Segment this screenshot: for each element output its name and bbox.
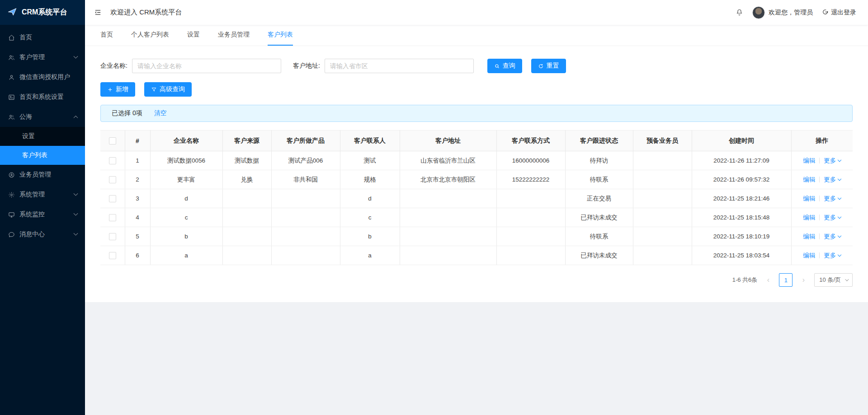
chevron-down-icon — [838, 214, 841, 218]
sidebar-item-public-sea[interactable]: 公海 — [0, 107, 85, 127]
welcome-text: 欢迎进入 CRM系统平台 — [110, 8, 182, 17]
sidebar-item-home-system-settings[interactable]: 首页和系统设置 — [0, 87, 85, 107]
topbar: 欢迎进入 CRM系统平台 欢迎您，管理员 退出登录 — [85, 0, 868, 25]
select-all-checkbox[interactable] — [109, 137, 116, 145]
edit-link[interactable]: 编辑 — [803, 195, 815, 202]
app-logo[interactable]: CRM系统平台 — [0, 0, 85, 25]
app-window: CRM系统平台 首页 客户管理 微信查询授权用户 首页和系统设置 — [0, 0, 868, 415]
row-checkbox[interactable] — [109, 233, 116, 240]
more-link[interactable]: 更多 — [824, 176, 836, 183]
funnel-icon — [151, 87, 157, 93]
table-row: 5 b b 待联系 2022-11-25 18:10:19 编辑更多 — [100, 227, 853, 246]
column-header-index: # — [125, 131, 150, 151]
customer-address-label: 客户地址: — [293, 62, 320, 70]
edit-link[interactable]: 编辑 — [803, 233, 815, 240]
row-checkbox[interactable] — [109, 252, 116, 259]
filter-row: 企业名称: 客户地址: 查询 重置 — [100, 59, 853, 73]
sidebar-fold-icon[interactable] — [85, 0, 110, 25]
table-row: 4 c c 已拜访未成交 2022-11-25 18:15:48 编辑更多 — [100, 208, 853, 227]
page-size-select[interactable]: 10 条/页 — [814, 273, 853, 287]
chevron-down-icon — [845, 277, 849, 281]
sidebar-subitem-settings[interactable]: 设置 — [0, 127, 85, 146]
sidebar-item-wechat-auth-users[interactable]: 微信查询授权用户 — [0, 67, 85, 87]
sidebar-item-home[interactable]: 首页 — [0, 28, 85, 47]
next-page-button[interactable]: › — [797, 273, 810, 287]
chevron-down-icon — [74, 191, 78, 196]
background-filler — [85, 302, 868, 415]
sidebar-menu: 首页 客户管理 微信查询授权用户 首页和系统设置 公海 — [0, 25, 85, 415]
edit-link[interactable]: 编辑 — [803, 157, 815, 164]
main-area: 欢迎进入 CRM系统平台 欢迎您，管理员 退出登录 首页 个人客 — [85, 0, 868, 415]
chevron-down-icon — [838, 233, 841, 237]
column-header-product: 客户所做产品 — [271, 131, 340, 151]
chevron-down-icon — [838, 177, 841, 180]
table-row: 2 更丰富 兑换 非共和国 规格 北京市北京市朝阳区 15222222222 待… — [100, 170, 853, 189]
badge-icon — [8, 172, 15, 178]
action-row: 新增 高级查询 — [100, 82, 853, 97]
user-menu[interactable]: 欢迎您，管理员 — [752, 6, 813, 19]
avatar — [752, 6, 765, 19]
more-link[interactable]: 更多 — [824, 214, 836, 221]
more-link[interactable]: 更多 — [824, 233, 836, 240]
user-icon — [8, 74, 15, 81]
tab-customer-list[interactable]: 客户列表 — [268, 25, 293, 46]
logout-button[interactable]: 退出登录 — [822, 9, 856, 17]
table-row: 1 测试数据0056 测试数据 测试产品006 测试 山东省临沂市兰山区 160… — [100, 151, 853, 170]
advanced-search-button[interactable]: 高级查询 — [144, 82, 192, 97]
row-checkbox[interactable] — [109, 195, 116, 202]
sidebar-item-message-center[interactable]: 消息中心 — [0, 224, 85, 244]
chevron-up-icon — [74, 115, 78, 120]
selection-bar: 已选择 0项 清空 — [100, 105, 853, 122]
more-link[interactable]: 更多 — [824, 157, 836, 164]
sidebar-subitem-customer-list[interactable]: 客户列表 — [0, 146, 85, 165]
logo-icon — [7, 7, 17, 19]
selection-count-text: 已选择 0项 — [112, 109, 142, 117]
more-link[interactable]: 更多 — [824, 195, 836, 202]
tab-settings[interactable]: 设置 — [187, 25, 200, 46]
sidebar-item-system-monitoring[interactable]: 系统监控 — [0, 205, 85, 224]
chevron-down-icon — [74, 54, 78, 58]
pagination: 1-6 共6条 ‹ 1 › 10 条/页 — [100, 273, 853, 287]
company-name-input[interactable] — [132, 59, 281, 73]
tabbar: 首页 个人客户列表 设置 业务员管理 客户列表 — [85, 25, 868, 46]
chevron-down-icon — [74, 211, 78, 215]
bell-icon[interactable] — [736, 9, 743, 16]
sidebar-item-salesperson-management[interactable]: 业务员管理 — [0, 165, 85, 185]
chevron-down-icon — [74, 231, 78, 235]
sidebar-item-system-management[interactable]: 系统管理 — [0, 185, 85, 205]
tab-personal-customer-list[interactable]: 个人客户列表 — [131, 25, 169, 46]
prev-page-button[interactable]: ‹ — [762, 273, 774, 287]
team-icon — [8, 114, 15, 121]
row-checkbox[interactable] — [109, 214, 116, 221]
edit-link[interactable]: 编辑 — [803, 214, 815, 221]
tab-home[interactable]: 首页 — [100, 25, 113, 46]
public-sea-submenu: 设置 客户列表 — [0, 127, 85, 165]
image-icon — [8, 94, 15, 101]
edit-link[interactable]: 编辑 — [803, 252, 815, 259]
row-checkbox[interactable] — [109, 157, 116, 164]
table-header-row: # 企业名称 客户来源 客户所做产品 客户联系人 客户地址 客户联系方式 客户跟… — [100, 131, 853, 151]
column-header-created: 创建时间 — [692, 131, 791, 151]
edit-link[interactable]: 编辑 — [803, 176, 815, 183]
clear-selection-link[interactable]: 清空 — [154, 109, 167, 117]
search-button[interactable]: 查询 — [487, 59, 522, 73]
gear-icon — [8, 191, 15, 198]
row-checkbox[interactable] — [109, 176, 116, 183]
more-link[interactable]: 更多 — [824, 252, 836, 259]
column-header-company: 企业名称 — [150, 131, 222, 151]
tab-salesperson-management[interactable]: 业务员管理 — [218, 25, 250, 46]
chevron-down-icon — [838, 196, 841, 199]
page-button-1[interactable]: 1 — [779, 273, 793, 287]
customer-address-input[interactable] — [325, 59, 474, 73]
chevron-down-icon — [838, 252, 841, 256]
sidebar-item-customer-management[interactable]: 客户管理 — [0, 47, 85, 67]
reset-button[interactable]: 重置 — [531, 59, 566, 73]
logout-icon — [822, 9, 829, 17]
sidebar: CRM系统平台 首页 客户管理 微信查询授权用户 首页和系统设置 — [0, 0, 85, 415]
column-header-contact: 客户联系人 — [340, 131, 400, 151]
add-button[interactable]: 新增 — [100, 82, 135, 97]
topbar-right: 欢迎您，管理员 退出登录 — [736, 6, 856, 19]
home-icon — [8, 34, 15, 41]
company-name-label: 企业名称: — [100, 62, 127, 70]
customer-table: # 企业名称 客户来源 客户所做产品 客户联系人 客户地址 客户联系方式 客户跟… — [100, 130, 853, 265]
